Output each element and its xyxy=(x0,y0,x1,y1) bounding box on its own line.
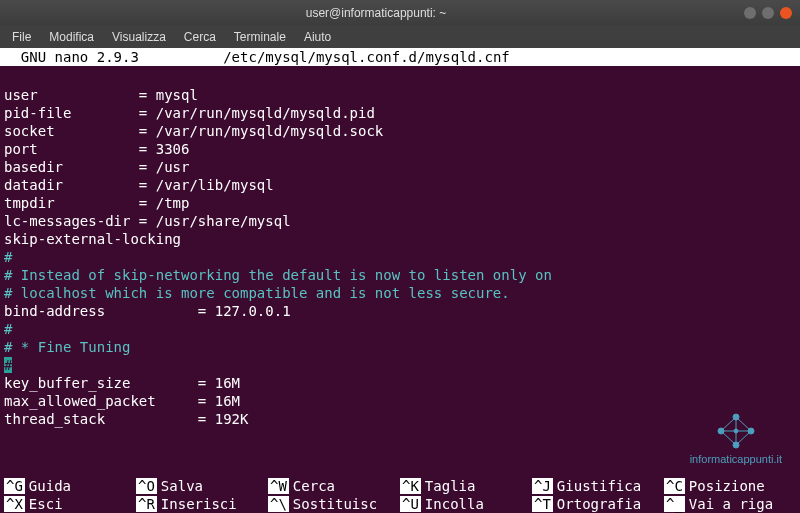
editor-line[interactable]: thread_stack = 192K xyxy=(4,410,796,428)
window-controls xyxy=(744,7,792,19)
editor-line[interactable]: # Instead of skip-networking the default… xyxy=(4,266,796,284)
editor-line[interactable]: # localhost which is more compatible and… xyxy=(4,284,796,302)
shortcut-row-1: ^GGuida^OSalva^WCerca^KTaglia^JGiustific… xyxy=(4,477,796,495)
shortcut-key: ^K xyxy=(400,478,421,494)
editor-line[interactable]: # xyxy=(4,356,796,374)
shortcut-ctrl-T: ^TOrtografia xyxy=(532,495,664,513)
editor-line[interactable]: lc-messages-dir = /usr/share/mysql xyxy=(4,212,796,230)
svg-point-10 xyxy=(734,429,738,433)
editor-line[interactable]: max_allowed_packet = 16M xyxy=(4,392,796,410)
shortcut-key: ^G xyxy=(4,478,25,494)
editor-line[interactable]: # xyxy=(4,320,796,338)
watermark: informaticappunti.it xyxy=(690,411,782,465)
editor-content[interactable]: user = mysqlpid-file = /var/run/mysqld/m… xyxy=(0,66,800,428)
svg-point-7 xyxy=(718,428,724,434)
menu-help[interactable]: Aiuto xyxy=(296,28,339,46)
close-button[interactable] xyxy=(780,7,792,19)
shortcut-desc: Sostituisc xyxy=(293,496,377,512)
nano-titlebar: GNU nano 2.9.3 /etc/mysql/mysql.conf.d/m… xyxy=(0,48,800,66)
shortcut-row-2: ^XEsci^RInserisci^\Sostituisc^UIncolla^T… xyxy=(4,495,796,513)
menu-terminal[interactable]: Terminale xyxy=(226,28,294,46)
shortcut-desc: Incolla xyxy=(425,496,484,512)
shortcut-desc: Salva xyxy=(161,478,203,494)
editor-line[interactable]: datadir = /var/lib/mysql xyxy=(4,176,796,194)
shortcut-key: ^_ xyxy=(664,496,685,512)
shortcut-desc: Taglia xyxy=(425,478,476,494)
editor-line[interactable]: tmpdir = /tmp xyxy=(4,194,796,212)
shortcut-key: ^T xyxy=(532,496,553,512)
menu-search[interactable]: Cerca xyxy=(176,28,224,46)
nano-shortcuts: ^GGuida^OSalva^WCerca^KTaglia^JGiustific… xyxy=(0,477,800,513)
editor-line[interactable] xyxy=(4,68,796,86)
menu-file[interactable]: File xyxy=(4,28,39,46)
shortcut-ctrl-J: ^JGiustifica xyxy=(532,477,664,495)
shortcut-key: ^C xyxy=(664,478,685,494)
minimize-button[interactable] xyxy=(744,7,756,19)
cursor: # xyxy=(4,357,12,373)
shortcut-desc: Esci xyxy=(29,496,63,512)
shortcut-desc: Vai a riga xyxy=(689,496,773,512)
shortcut-desc: Giustifica xyxy=(557,478,641,494)
nano-version: GNU nano 2.9.3 xyxy=(4,48,223,66)
svg-point-9 xyxy=(733,442,739,448)
menubar: File Modifica Visualizza Cerca Terminale… xyxy=(0,25,800,48)
window-titlebar: user@informaticappunti: ~ xyxy=(0,0,800,25)
svg-point-6 xyxy=(733,414,739,420)
editor-line[interactable]: basedir = /usr xyxy=(4,158,796,176)
shortcut-desc: Guida xyxy=(29,478,71,494)
shortcut-key: ^\ xyxy=(268,496,289,512)
svg-point-8 xyxy=(748,428,754,434)
menu-edit[interactable]: Modifica xyxy=(41,28,102,46)
shortcut-key: ^X xyxy=(4,496,25,512)
shortcut-desc: Inserisci xyxy=(161,496,237,512)
editor-line[interactable]: bind-address = 127.0.0.1 xyxy=(4,302,796,320)
shortcut-key: ^O xyxy=(136,478,157,494)
network-icon xyxy=(713,411,759,451)
editor-line[interactable]: key_buffer_size = 16M xyxy=(4,374,796,392)
shortcut-desc: Cerca xyxy=(293,478,335,494)
menu-view[interactable]: Visualizza xyxy=(104,28,174,46)
shortcut-desc: Posizione xyxy=(689,478,765,494)
shortcut-ctrl-R: ^RInserisci xyxy=(136,495,268,513)
shortcut-ctrl-O: ^OSalva xyxy=(136,477,268,495)
shortcut-ctrl-X: ^XEsci xyxy=(4,495,136,513)
shortcut-ctrl-C: ^CPosizione xyxy=(664,477,796,495)
shortcut-ctrl-K: ^KTaglia xyxy=(400,477,532,495)
shortcut-ctrl-_: ^_Vai a riga xyxy=(664,495,796,513)
editor-line[interactable]: socket = /var/run/mysqld/mysqld.sock xyxy=(4,122,796,140)
shortcut-key: ^W xyxy=(268,478,289,494)
editor-line[interactable]: user = mysql xyxy=(4,86,796,104)
shortcut-key: ^R xyxy=(136,496,157,512)
shortcut-ctrl-U: ^UIncolla xyxy=(400,495,532,513)
shortcut-desc: Ortografia xyxy=(557,496,641,512)
maximize-button[interactable] xyxy=(762,7,774,19)
window-title: user@informaticappunti: ~ xyxy=(8,6,744,20)
shortcut-ctrl-G: ^GGuida xyxy=(4,477,136,495)
editor-line[interactable]: # xyxy=(4,248,796,266)
shortcut-key: ^U xyxy=(400,496,421,512)
shortcut-key: ^J xyxy=(532,478,553,494)
editor-line[interactable]: pid-file = /var/run/mysqld/mysqld.pid xyxy=(4,104,796,122)
terminal-area[interactable]: GNU nano 2.9.3 /etc/mysql/mysql.conf.d/m… xyxy=(0,48,800,428)
nano-filepath: /etc/mysql/mysql.conf.d/mysqld.cnf xyxy=(223,48,510,66)
watermark-text: informaticappunti.it xyxy=(690,453,782,465)
editor-line[interactable]: port = 3306 xyxy=(4,140,796,158)
shortcut-ctrl-\: ^\Sostituisc xyxy=(268,495,400,513)
shortcut-ctrl-W: ^WCerca xyxy=(268,477,400,495)
editor-line[interactable]: # * Fine Tuning xyxy=(4,338,796,356)
editor-line[interactable]: skip-external-locking xyxy=(4,230,796,248)
